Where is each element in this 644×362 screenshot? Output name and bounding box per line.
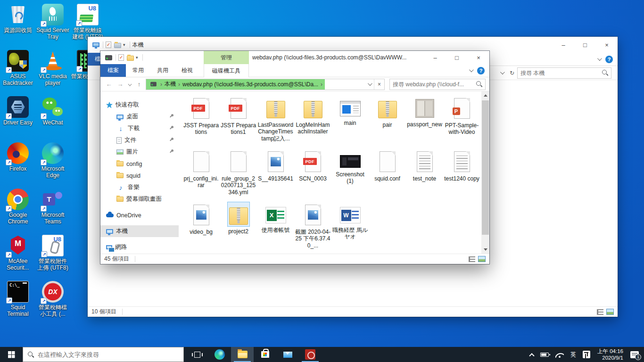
taskbar-app-button[interactable] bbox=[276, 347, 299, 362]
file-tile[interactable]: JSST Preparations1 bbox=[220, 95, 257, 148]
address-dropdown-icon[interactable] bbox=[364, 79, 374, 90]
details-view-icon[interactable] bbox=[469, 256, 475, 262]
start-button[interactable] bbox=[0, 347, 23, 362]
fw-search-box[interactable] bbox=[389, 79, 486, 90]
fw-tab-view[interactable]: 檢視 bbox=[175, 64, 199, 77]
desktop-icon[interactable]: WeChat bbox=[36, 96, 70, 126]
close-button[interactable]: × bbox=[596, 37, 618, 53]
ribbon-collapse-icon[interactable] bbox=[597, 56, 602, 61]
ime-mode-button[interactable] bbox=[579, 347, 594, 362]
taskbar-app-button[interactable] bbox=[299, 347, 322, 362]
sidebar-item[interactable]: 圖片 bbox=[100, 146, 179, 158]
desktop-icon[interactable]: Driver Easy bbox=[1, 96, 35, 126]
address-clear-icon[interactable]: × bbox=[374, 79, 384, 90]
sidebar-item[interactable]: 快速存取 bbox=[100, 99, 179, 111]
breadcrumb[interactable]: › 本機 › webdav.php (\\cloud-files.3d-prod… bbox=[146, 79, 364, 90]
file-tile[interactable]: project2 bbox=[220, 202, 257, 255]
back-icon[interactable]: ← bbox=[104, 81, 114, 88]
recent-locations-icon[interactable] bbox=[127, 82, 132, 87]
file-tile[interactable]: squid.conf bbox=[369, 148, 406, 202]
bw-search-box[interactable] bbox=[517, 67, 611, 79]
breadcrumb-root[interactable]: 本機 bbox=[165, 80, 176, 88]
new-folder-quick-icon[interactable] bbox=[114, 43, 121, 48]
desktop-icon[interactable]: 營業稅附件 上傳 (UTF8) bbox=[36, 235, 70, 271]
quick-access-toolbar-dropdown-icon[interactable]: ▾ bbox=[136, 55, 138, 60]
file-tile[interactable]: 使用者帳號 bbox=[257, 202, 294, 255]
close-button[interactable]: × bbox=[468, 51, 489, 64]
desktop-icon[interactable]: ASUS Backtracker bbox=[1, 50, 35, 86]
sidebar-item[interactable]: 下載 bbox=[100, 123, 179, 134]
sidebar-item[interactable]: squid bbox=[100, 170, 179, 181]
properties-quick-icon[interactable] bbox=[118, 54, 124, 61]
taskbar-app-button[interactable] bbox=[254, 347, 276, 362]
desktop-icon[interactable]: Google Chrome bbox=[1, 189, 35, 225]
sidebar-item[interactable]: 螢幕擷取畫面 bbox=[100, 193, 179, 205]
ribbon-collapse-icon[interactable] bbox=[469, 67, 474, 72]
new-folder-quick-icon[interactable] bbox=[127, 56, 134, 61]
input-language-indicator[interactable]: 英 bbox=[567, 347, 579, 362]
file-tile[interactable]: Screenshot (1) bbox=[331, 148, 369, 202]
notification-center-button[interactable]: 1 bbox=[627, 347, 642, 362]
show-hidden-icons-button[interactable] bbox=[527, 347, 537, 362]
sidebar-item[interactable]: 音樂 bbox=[100, 181, 179, 193]
sidebar-item[interactable]: 本機 bbox=[100, 225, 179, 237]
help-icon[interactable]: ? bbox=[605, 56, 613, 63]
file-tile[interactable]: main bbox=[331, 95, 369, 148]
breadcrumb-path[interactable]: webdav.php (\\cloud-files.3d-products.co… bbox=[182, 81, 318, 88]
file-tile[interactable]: pair bbox=[369, 95, 406, 148]
scroll-up-icon[interactable] bbox=[481, 91, 489, 99]
fw-tab-file[interactable]: 檔案 bbox=[100, 64, 126, 77]
file-tile[interactable]: test_note bbox=[406, 148, 443, 202]
help-icon[interactable]: ? bbox=[477, 67, 485, 74]
desktop-icon[interactable]: 資源回收筒 bbox=[1, 4, 35, 33]
address-bar[interactable]: › 本機 › webdav.php (\\cloud-files.3d-prod… bbox=[146, 79, 385, 90]
refresh-icon[interactable]: ↻ bbox=[507, 67, 517, 79]
file-tile[interactable]: S__49135641 bbox=[257, 148, 294, 202]
up-icon[interactable]: ↑ bbox=[134, 81, 144, 88]
bw-search-input[interactable] bbox=[520, 70, 602, 76]
file-tile[interactable]: LastPasswordChangeTimestamp記入... bbox=[257, 95, 294, 148]
sidebar-item[interactable]: 網路 bbox=[100, 241, 179, 253]
desktop-icon[interactable]: 營業稅離線 建檔 (UTF8) bbox=[71, 4, 105, 40]
file-tile[interactable]: JSST Preparations bbox=[182, 95, 220, 148]
minimize-button[interactable]: – bbox=[424, 51, 446, 64]
quick-access-toolbar-dropdown-icon[interactable]: ▾ bbox=[123, 42, 125, 47]
file-tile[interactable]: video_bg bbox=[182, 202, 220, 255]
file-tile[interactable]: test1240 copy bbox=[443, 148, 480, 202]
details-view-icon[interactable] bbox=[597, 309, 603, 315]
foreground-explorer-window[interactable]: ▾ 管理 webdav.php (\\cloud-files.3d-produc… bbox=[100, 51, 489, 264]
maximize-button[interactable]: □ bbox=[446, 51, 468, 64]
file-tile[interactable]: PPT-Sample-with-Video bbox=[443, 95, 480, 148]
desktop-icon[interactable]: Microsoft Teams bbox=[36, 189, 70, 225]
desktop-icon[interactable]: 營業稅轉檔 小工具 (... bbox=[36, 281, 70, 317]
file-tile[interactable]: 職務経歴 馬ルヤオ bbox=[331, 202, 369, 255]
fw-tab-drive-tools[interactable]: 磁碟機工具 bbox=[204, 64, 249, 77]
sidebar-item[interactable]: 文件 bbox=[100, 134, 179, 146]
maximize-button[interactable]: □ bbox=[574, 37, 596, 53]
sidebar-item[interactable]: 桌面 bbox=[100, 111, 179, 123]
desktop-icon[interactable]: Firefox bbox=[1, 142, 35, 172]
desktop-icon[interactable]: VLC media player bbox=[36, 50, 70, 86]
file-tile[interactable]: 截圖 2020-04-25 下午6.37.40_... bbox=[294, 202, 331, 255]
thumbnail-view-icon[interactable] bbox=[478, 256, 486, 262]
taskbar-app-button[interactable] bbox=[208, 347, 231, 362]
desktop-icon[interactable]: McAfee Securit... bbox=[1, 235, 35, 271]
scrollbar-thumb[interactable] bbox=[482, 100, 489, 235]
file-tile[interactable]: rule_group_20200713_125346.yml bbox=[220, 148, 257, 202]
battery-button[interactable] bbox=[537, 347, 552, 362]
fw-tab-home[interactable]: 常用 bbox=[126, 64, 150, 77]
file-tile[interactable]: prj_config_ini.rar bbox=[182, 148, 220, 202]
fw-tab-share[interactable]: 共用 bbox=[150, 64, 175, 77]
file-tile[interactable]: LogMeInHamachiInstaller bbox=[294, 95, 331, 148]
desktop-icon[interactable]: Squid Terminal bbox=[1, 281, 35, 317]
clock[interactable]: 上午 04:16 2020/9/1 bbox=[594, 348, 627, 362]
file-tile[interactable]: passport_new bbox=[406, 95, 443, 148]
desktop-icon[interactable]: Microsoft Edge bbox=[36, 142, 70, 179]
sidebar-item[interactable]: config bbox=[100, 158, 179, 170]
bw-address-dropdown-icon[interactable] bbox=[496, 67, 507, 79]
thumbnail-view-icon[interactable] bbox=[606, 309, 614, 315]
taskbar-app-button[interactable] bbox=[231, 347, 254, 362]
file-tile[interactable]: SCN_0003 bbox=[294, 148, 331, 202]
forward-icon[interactable]: → bbox=[116, 81, 125, 88]
sidebar-item[interactable]: OneDrive bbox=[100, 209, 179, 221]
